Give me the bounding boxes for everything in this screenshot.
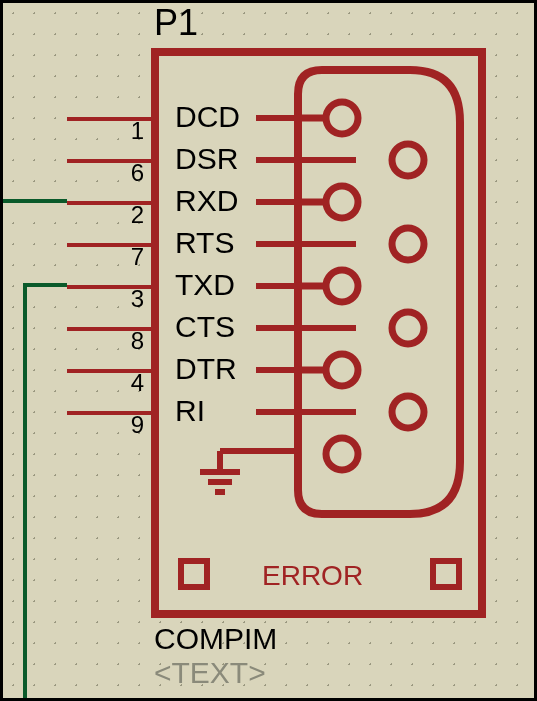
svg-point-8: [392, 396, 424, 428]
lead-ri: [256, 409, 356, 415]
svg-point-0: [326, 102, 358, 134]
wire-txd-h[interactable]: [23, 283, 67, 287]
pin-label-ri: RI: [175, 394, 205, 428]
lead-cts: [256, 325, 356, 331]
pin-label-dtr: DTR: [175, 352, 237, 386]
svg-point-5: [392, 144, 424, 176]
svg-point-3: [326, 354, 358, 386]
lead-txd: [256, 283, 298, 289]
pin-number-8: 8: [67, 327, 144, 355]
pin-number-6: 6: [67, 159, 144, 187]
svg-point-7: [392, 312, 424, 344]
status-led-rx: [430, 558, 462, 590]
wire-txd-v[interactable]: [23, 283, 27, 701]
lead-rts: [256, 241, 356, 247]
svg-point-2: [326, 270, 358, 302]
pin-label-rts: RTS: [175, 226, 234, 260]
lead-dcd: [256, 115, 298, 121]
pin-number-3: 3: [67, 285, 144, 313]
svg-point-4: [326, 438, 358, 470]
status-led-tx: [178, 558, 210, 590]
lead-dtr: [256, 367, 298, 373]
svg-point-6: [392, 228, 424, 260]
lead-rxd: [256, 199, 298, 205]
schematic-canvas: P1 1 DCD 6 DSR 2 RXD 7 RTS 3 TXD 8 CTS 4…: [0, 0, 537, 701]
lead-dsr: [256, 157, 356, 163]
reference-designator[interactable]: P1: [154, 2, 198, 44]
pin-label-rxd: RXD: [175, 184, 238, 218]
text-field-placeholder[interactable]: <TEXT>: [154, 656, 266, 690]
pin-number-4: 4: [67, 369, 144, 397]
pin-label-dcd: DCD: [175, 100, 240, 134]
pin-label-txd: TXD: [175, 268, 235, 302]
pin-number-1: 1: [67, 117, 144, 145]
ground-icon: [190, 440, 300, 510]
svg-point-1: [326, 186, 358, 218]
part-name[interactable]: COMPIM: [154, 622, 277, 656]
pin-label-dsr: DSR: [175, 142, 238, 176]
status-text: ERROR: [262, 560, 363, 592]
pin-number-9: 9: [67, 411, 144, 439]
pin-label-cts: CTS: [175, 310, 235, 344]
db9-connector-icon: [290, 62, 480, 542]
pin-number-2: 2: [67, 201, 144, 229]
pin-number-7: 7: [67, 243, 144, 271]
wire-rxd[interactable]: [0, 199, 67, 203]
